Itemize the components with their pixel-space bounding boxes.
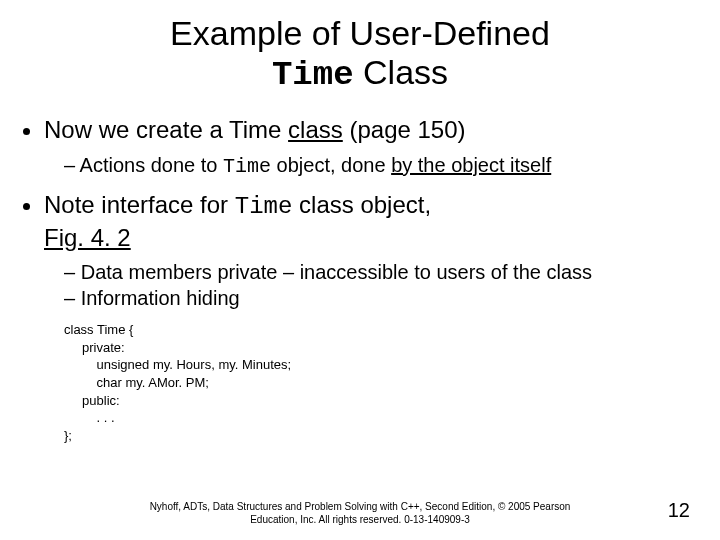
- title-line1: Example of User-Defined: [170, 14, 550, 52]
- code-block: class Time { private: unsigned my. Hours…: [64, 321, 720, 444]
- bullet-2-sub: Data members private – inaccessible to u…: [44, 259, 708, 311]
- footer: Nyhoff, ADTs, Data Structures and Proble…: [0, 501, 720, 526]
- bullet-1-sub-1: Actions done to Time object, done by the…: [64, 152, 708, 180]
- title-line2-post: Class: [354, 53, 448, 91]
- bullet-2-sub-1: Data members private – inaccessible to u…: [64, 259, 708, 285]
- title-time-word: Time: [272, 56, 354, 94]
- time-mono-2: Time: [235, 193, 293, 220]
- bullet-2: Note interface for Time class object, Fi…: [44, 190, 708, 311]
- bullet-1-underline: class: [288, 116, 343, 143]
- bullet-1-sub: Actions done to Time object, done by the…: [44, 152, 708, 180]
- page-number: 12: [668, 499, 690, 522]
- footer-line2: Education, Inc. All rights reserved. 0-1…: [250, 514, 470, 525]
- bullet-1: Now we create a Time class (page 150) Ac…: [44, 115, 708, 180]
- bullet-2-sub-2: Information hiding: [64, 285, 708, 311]
- bullet-list: Now we create a Time class (page 150) Ac…: [0, 115, 720, 311]
- footer-line1: Nyhoff, ADTs, Data Structures and Proble…: [150, 501, 571, 512]
- bullet-2-fig: Fig. 4. 2: [44, 224, 131, 251]
- time-mono-1: Time: [223, 155, 271, 178]
- slide-title: Example of User-Defined Time Class: [0, 0, 720, 95]
